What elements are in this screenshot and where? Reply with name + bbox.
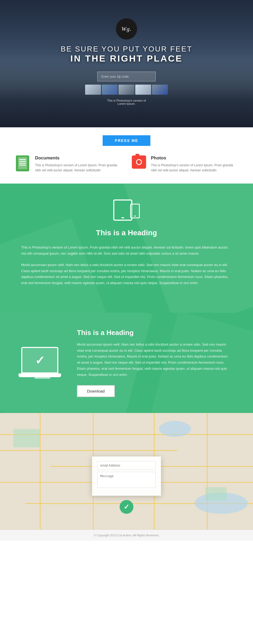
footer-text: © Copyright 2013 Css Author. All Rights … <box>4 534 249 537</box>
documents-title: Documents <box>35 155 121 161</box>
map-green-area <box>205 487 226 501</box>
laptop-checkmark-icon: ✓ <box>21 347 64 379</box>
thumbnail-1 <box>85 85 101 95</box>
doc-line-2 <box>19 161 26 162</box>
thumbnail-2 <box>102 85 118 95</box>
green1-paragraph2: Morbi accumsan ipsum velit. Nam nec tell… <box>21 262 232 286</box>
documents-icon <box>16 155 30 171</box>
doc-lines <box>19 159 26 167</box>
phone-icon <box>130 204 140 218</box>
laptop-stand <box>34 377 50 379</box>
logo: Wg. <box>116 18 137 40</box>
laptop-base <box>19 373 61 377</box>
device-icon-wrap <box>21 199 232 221</box>
map-section: ✓ <box>0 413 253 530</box>
documents-text: Documents This is Photoshop's version of… <box>35 155 121 173</box>
doc-line-4 <box>19 165 26 166</box>
press-button[interactable]: PRESS ME <box>103 135 150 146</box>
photos-text: Photos This is Photoshop's version of Lo… <box>151 155 237 173</box>
tablet-icon <box>113 199 132 221</box>
photos-title: Photos <box>151 155 237 161</box>
feature-photos: Photos This is Photoshop's version of Lo… <box>132 155 237 173</box>
green2-paragraph: Morbi accumsan ipsum velit. Nam nec tell… <box>77 342 232 378</box>
doc-line-1 <box>19 159 26 160</box>
hero-caption: This is Photoshop's version of Lorem Ips… <box>107 99 146 105</box>
doc-line-3 <box>19 163 26 164</box>
photos-icon <box>132 155 146 171</box>
photos-description: This is Photoshop's version of Lorem Ips… <box>151 163 237 173</box>
documents-description: This is Photoshop's version of Lorem Ips… <box>35 163 121 173</box>
map-checkmark-button[interactable]: ✓ <box>120 500 133 514</box>
checkmark-icon: ✓ <box>35 354 45 367</box>
hero-section: Wg. BE SURE YOU PUT YOUR FEET IN THE RIG… <box>0 0 253 127</box>
thumbnail-3 <box>119 85 134 95</box>
map-road <box>40 413 41 530</box>
thumbnail-4 <box>135 85 151 95</box>
zip-input[interactable] <box>97 72 156 81</box>
section2-inner: ✓ This is a Heading Morbi accumsan ipsum… <box>21 329 232 397</box>
map-form <box>92 456 161 496</box>
hero-line2: IN THE RIGHT PLACE <box>61 53 193 64</box>
green-section-2: ✓ This is a Heading Morbi accumsan ipsum… <box>0 313 253 413</box>
map-overlay: ✓ <box>92 456 161 514</box>
map-water <box>159 421 191 437</box>
map-road <box>0 450 177 451</box>
thumbnail-strip <box>85 85 168 95</box>
logo-text: Wg. <box>121 25 132 32</box>
section2-text: This is a Heading Morbi accumsan ipsum v… <box>77 329 232 397</box>
camera-icon-shape <box>132 155 146 169</box>
camera-lens <box>136 159 142 165</box>
white-section: PRESS ME Documents This is Photoshop's v… <box>0 127 253 184</box>
hero-headline: BE SURE YOU PUT YOUR FEET IN THE RIGHT P… <box>61 45 193 64</box>
map-green-area <box>13 429 40 447</box>
green1-heading: This is a Heading <box>21 229 232 237</box>
address-input[interactable] <box>97 461 156 470</box>
green-section-1: This is a Heading This is Photoshop's ve… <box>0 184 253 313</box>
green2-heading: This is a Heading <box>77 329 232 337</box>
hero-line1: BE SURE YOU PUT YOUR FEET <box>61 45 193 53</box>
footer: © Copyright 2013 Css Author. All Rights … <box>0 530 253 541</box>
feature-documents: Documents This is Photoshop's version of… <box>16 155 121 173</box>
device-combo-icon <box>113 199 140 221</box>
zip-input-wrap <box>97 72 156 81</box>
laptop-screen: ✓ <box>21 347 58 373</box>
message-input[interactable] <box>97 472 156 488</box>
thumbnail-5 <box>152 85 168 95</box>
doc-icon-shape <box>16 155 29 171</box>
green1-paragraph1: This is Photoshop's version of Lorem Ips… <box>21 245 232 257</box>
features-row: Documents This is Photoshop's version of… <box>16 155 237 173</box>
download-button[interactable]: Download <box>77 385 115 397</box>
